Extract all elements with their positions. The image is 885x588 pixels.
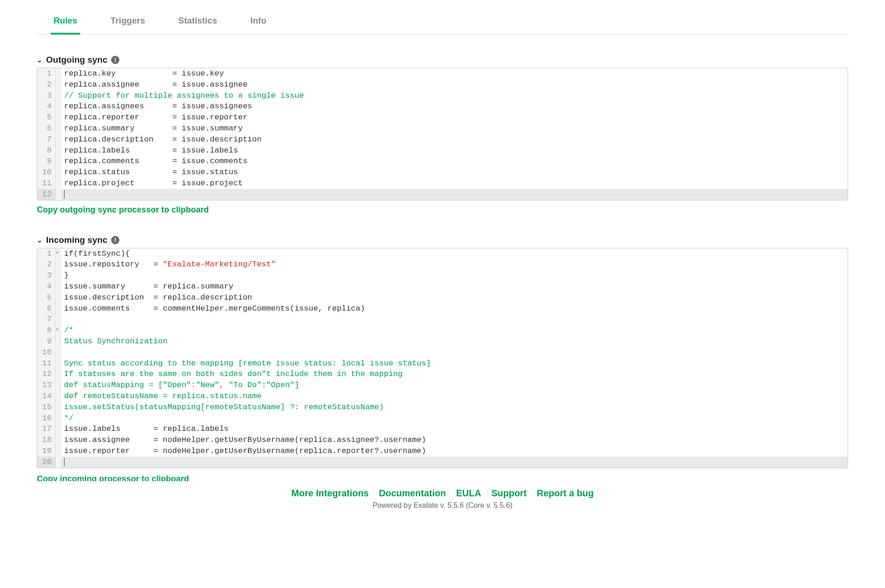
- info-icon[interactable]: !: [111, 236, 119, 244]
- code-content[interactable]: /*: [61, 325, 848, 336]
- fold-marker: [56, 156, 61, 167]
- fold-marker: [56, 336, 61, 347]
- code-line[interactable]: 17issue.labels = replica.labels: [37, 423, 848, 435]
- code-line[interactable]: 2issue.repository = "Exalate-Marketing/T…: [37, 259, 848, 270]
- code-content[interactable]: def statusMapping = ["Open":"New", "To D…: [61, 380, 848, 391]
- code-line[interactable]: 4issue.summary = replica.summary: [37, 281, 848, 292]
- copy-outgoing-link[interactable]: Copy outgoing sync processor to clipboar…: [37, 205, 209, 215]
- code-line[interactable]: 10replica.status = issue.status: [37, 167, 848, 178]
- copy-incoming-link[interactable]: Copy incoming processor to clipboard: [37, 473, 189, 481]
- fold-marker: [56, 423, 61, 435]
- code-content[interactable]: replica.project = issue.project: [61, 178, 848, 189]
- code-line[interactable]: 5issue.description = replica.description: [37, 292, 848, 303]
- fold-marker: [56, 292, 61, 303]
- outgoing-sync-header[interactable]: ⌄ Outgoing sync !: [37, 55, 848, 65]
- code-content[interactable]: // Support for multiple assignees to a s…: [61, 90, 848, 101]
- line-number: 11: [37, 178, 56, 189]
- code-line[interactable]: 11Sync status according to the mapping […: [37, 358, 848, 369]
- code-content[interactable]: replica.key = issue.key: [61, 68, 848, 79]
- code-content[interactable]: [61, 189, 848, 200]
- code-line[interactable]: 9Status Synchronization: [37, 336, 848, 347]
- outgoing-code-editor[interactable]: 1replica.key = issue.key2replica.assigne…: [37, 68, 848, 200]
- line-number: 6: [37, 303, 56, 314]
- code-content[interactable]: replica.status = issue.status: [61, 167, 848, 178]
- code-content[interactable]: replica.summary = issue.summary: [61, 123, 848, 134]
- code-line[interactable]: 16*/: [37, 413, 848, 424]
- code-line[interactable]: 3}: [37, 270, 848, 281]
- code-content[interactable]: issue.setStatus(statusMapping[remoteStat…: [61, 402, 848, 413]
- code-line[interactable]: 7replica.description = issue.description: [37, 134, 848, 145]
- code-line[interactable]: 1replica.key = issue.key: [37, 68, 848, 79]
- fold-marker: [56, 369, 61, 380]
- line-number: 20: [37, 457, 56, 468]
- footer-links: More Integrations Documentation EULA Sup…: [37, 488, 848, 499]
- code-content[interactable]: if(firstSync){: [61, 248, 848, 259]
- footer-report-bug[interactable]: Report a bug: [537, 488, 594, 499]
- code-line[interactable]: 2replica.assignee = issue.assignee: [37, 79, 848, 90]
- code-line[interactable]: 20: [37, 457, 848, 468]
- line-number: 15: [37, 402, 56, 413]
- code-line[interactable]: 9replica.comments = issue.comments: [37, 156, 848, 167]
- code-content[interactable]: issue.comments = commentHelper.mergeComm…: [61, 303, 848, 314]
- line-number: 1: [37, 248, 56, 259]
- footer-support[interactable]: Support: [491, 488, 527, 499]
- code-line[interactable]: 19issue.reporter = nodeHelper.getUserByU…: [37, 446, 848, 457]
- code-line[interactable]: 6issue.comments = commentHelper.mergeCom…: [37, 303, 848, 314]
- line-number: 2: [37, 259, 56, 270]
- info-icon[interactable]: !: [111, 56, 119, 64]
- code-content[interactable]: issue.assignee = nodeHelper.getUserByUse…: [61, 435, 848, 446]
- code-line[interactable]: 12If statuses are the same on both sides…: [37, 369, 848, 380]
- tab-info[interactable]: Info: [248, 9, 269, 34]
- tab-rules[interactable]: Rules: [51, 9, 80, 34]
- code-content[interactable]: replica.labels = issue.labels: [61, 145, 848, 156]
- tab-statistics[interactable]: Statistics: [176, 9, 220, 34]
- code-line[interactable]: 4replica.assignees = issue.assignees: [37, 101, 848, 112]
- code-line[interactable]: 8▾/*: [37, 325, 848, 336]
- code-line[interactable]: 8replica.labels = issue.labels: [37, 145, 848, 156]
- footer: More Integrations Documentation EULA Sup…: [37, 488, 848, 518]
- code-line[interactable]: 5replica.reporter = issue.reporter: [37, 112, 848, 123]
- code-content[interactable]: Sync status according to the mapping [re…: [61, 358, 848, 369]
- incoming-code-editor[interactable]: 1▾if(firstSync){2issue.repository = "Exa…: [37, 248, 848, 468]
- code-line[interactable]: 11replica.project = issue.project: [37, 178, 848, 189]
- code-line[interactable]: 10: [37, 347, 848, 358]
- code-line[interactable]: 12: [37, 189, 848, 200]
- code-content[interactable]: replica.description = issue.description: [61, 134, 848, 145]
- code-content[interactable]: */: [61, 413, 848, 424]
- code-line[interactable]: 7: [37, 314, 848, 325]
- code-content[interactable]: issue.repository = "Exalate-Marketing/Te…: [61, 259, 848, 270]
- code-content[interactable]: replica.reporter = issue.reporter: [61, 112, 848, 123]
- tab-triggers[interactable]: Triggers: [108, 9, 148, 34]
- line-number: 7: [37, 134, 56, 145]
- code-content[interactable]: issue.labels = replica.labels: [61, 423, 848, 435]
- code-content[interactable]: issue.description = replica.description: [61, 292, 848, 303]
- code-content[interactable]: }: [61, 270, 848, 281]
- line-number: 16: [37, 413, 56, 424]
- footer-documentation[interactable]: Documentation: [379, 488, 446, 499]
- code-line[interactable]: 13def statusMapping = ["Open":"New", "To…: [37, 380, 848, 391]
- code-content[interactable]: replica.assignee = issue.assignee: [61, 79, 848, 90]
- code-line[interactable]: 3// Support for multiple assignees to a …: [37, 90, 848, 101]
- code-content[interactable]: replica.comments = issue.comments: [61, 156, 848, 167]
- code-content[interactable]: def remoteStatusName = replica.status.na…: [61, 391, 848, 402]
- code-content[interactable]: issue.summary = replica.summary: [61, 281, 848, 292]
- incoming-sync-header[interactable]: ⌄ Incoming sync !: [37, 235, 848, 245]
- footer-eula[interactable]: EULA: [456, 488, 481, 499]
- code-line[interactable]: 6replica.summary = issue.summary: [37, 123, 848, 134]
- code-content[interactable]: Status Synchronization: [61, 336, 848, 347]
- footer-more-integrations[interactable]: More Integrations: [291, 488, 369, 499]
- code-content[interactable]: [61, 347, 848, 358]
- line-number: 14: [37, 391, 56, 402]
- fold-marker: [56, 259, 61, 270]
- code-content[interactable]: issue.reporter = nodeHelper.getUserByUse…: [61, 446, 848, 457]
- code-line[interactable]: 15issue.setStatus(statusMapping[remoteSt…: [37, 402, 848, 413]
- code-line[interactable]: 18issue.assignee = nodeHelper.getUserByU…: [37, 435, 848, 446]
- code-line[interactable]: 14def remoteStatusName = replica.status.…: [37, 391, 848, 402]
- code-content[interactable]: If statuses are the same on both sides d…: [61, 369, 848, 380]
- code-content[interactable]: [61, 457, 848, 468]
- line-number: 9: [37, 336, 56, 347]
- code-content[interactable]: replica.assignees = issue.assignees: [61, 101, 848, 112]
- line-number: 9: [37, 156, 56, 167]
- code-content[interactable]: [61, 314, 848, 325]
- code-line[interactable]: 1▾if(firstSync){: [37, 248, 848, 259]
